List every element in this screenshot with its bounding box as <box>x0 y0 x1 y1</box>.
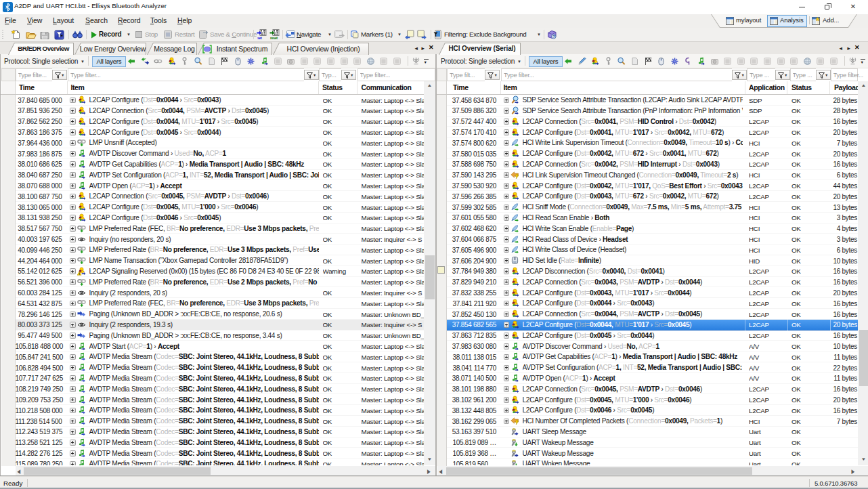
svg-text:?: ? <box>552 35 555 39</box>
